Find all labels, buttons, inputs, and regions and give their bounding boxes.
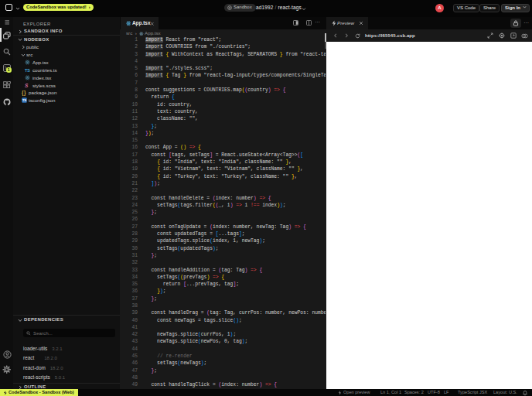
svg-text:TS: TS bbox=[22, 99, 27, 103]
